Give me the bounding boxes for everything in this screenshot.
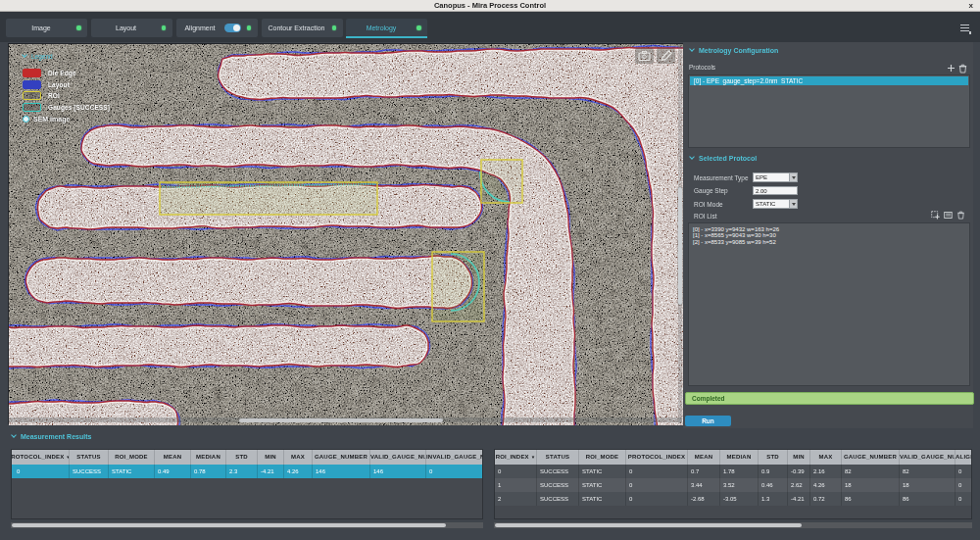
column-header[interactable]: ROI_MODE	[109, 450, 155, 465]
window-title: Canopus - Mira Process Control	[0, 0, 980, 11]
viewer-horizontal-scrollbar-thumb[interactable]	[239, 418, 443, 422]
sem-image-toggle[interactable]: SEM Image	[23, 116, 150, 123]
column-header[interactable]: ALIGNED	[956, 450, 972, 465]
column-header[interactable]: MIN	[258, 450, 284, 465]
table-cell: 146	[313, 465, 370, 478]
column-header[interactable]: ROI_MODE	[579, 450, 626, 465]
column-header[interactable]: MEDIAN	[191, 450, 226, 465]
tab-contour-extraction[interactable]: Contour Extraction	[262, 19, 343, 37]
alignment-toggle[interactable]	[224, 24, 241, 32]
right-table-scrollbar-thumb[interactable]	[495, 523, 802, 527]
column-header[interactable]: GAUGE_NUMBER	[842, 450, 900, 465]
legend: Legend Die EdgeLayoutROIGauges [SUCCESS]…	[23, 50, 150, 123]
right-table-scrollbar[interactable]	[494, 522, 972, 528]
field-select[interactable]: STATIC	[753, 199, 798, 209]
field-gauge-step: Gauge Step2.00	[694, 186, 798, 196]
roi-list[interactable]: [0] - x=3390 y=9432 w=163 h=26[1] - x=85…	[688, 222, 970, 386]
column-header[interactable]: MEAN	[155, 450, 191, 465]
table-cell: 2	[495, 492, 537, 506]
field-select[interactable]: EPE	[753, 172, 798, 182]
table-cell: 0	[626, 478, 688, 492]
table-cell: 82	[842, 465, 900, 478]
roi-item[interactable]: [0] - x=3390 y=9432 w=163 h=26	[689, 226, 969, 233]
viewer-horizontal-scrollbar[interactable]	[9, 417, 682, 422]
sort-arrow-icon: ▼	[531, 455, 536, 460]
config-section-header[interactable]: Metrology Configuration	[690, 47, 778, 54]
results-section-header[interactable]: Measurement Results	[12, 433, 91, 440]
table-cell: STATIC	[579, 465, 626, 478]
delete-protocol-icon[interactable]	[958, 64, 967, 74]
table-cell: -4.21	[788, 492, 810, 506]
close-icon[interactable]: x	[969, 0, 973, 11]
table-row[interactable]: 0SUCCESSSTATIC0.490.782.3-4.214.26146146…	[11, 465, 482, 478]
edit-roi-icon[interactable]	[944, 211, 953, 220]
table-cell: 0.49	[155, 465, 191, 478]
table-cell: SUCCESS	[537, 465, 579, 478]
column-header[interactable]: VALID_GAUGE_NUMBER	[370, 450, 426, 465]
status-dot	[247, 25, 252, 30]
column-header[interactable]: STATUS	[537, 450, 579, 465]
table-cell: 2.3	[226, 465, 258, 478]
add-protocol-icon[interactable]	[947, 64, 956, 73]
snapshot-button[interactable]	[635, 48, 654, 64]
dropdown-arrow-icon[interactable]	[789, 173, 797, 181]
viewer-vertical-scrollbar-thumb[interactable]	[678, 187, 682, 305]
legend-swatch	[23, 69, 41, 77]
protocol-item[interactable]: [0] - EPE gauge_step=2.0nm STATIC	[690, 76, 968, 85]
roi-item[interactable]: [2] - x=8533 y=9085 w=39 h=52	[689, 239, 969, 246]
tab-alignment[interactable]: Alignment	[176, 19, 258, 37]
column-header[interactable]: PROTOCOL_INDEX	[626, 450, 688, 465]
selected-protocol-header[interactable]: Selected Protocol	[690, 155, 757, 162]
legend-swatch	[23, 91, 41, 100]
column-header[interactable]: MAX	[810, 450, 842, 465]
column-header[interactable]: MAX	[284, 450, 313, 465]
tab-layout[interactable]: Layout	[91, 19, 172, 37]
table-cell: 0	[11, 465, 70, 478]
column-header[interactable]: STD	[226, 450, 258, 465]
tab-image[interactable]: Image	[6, 19, 87, 37]
pencil-button[interactable]	[657, 48, 675, 64]
table-header: PROTOCOL_INDEX ▼STATUSROI_MODEMEANMEDIAN…	[11, 450, 482, 465]
legend-swatch	[23, 80, 41, 89]
column-header[interactable]: GAUGE_NUMBER	[313, 450, 370, 465]
column-header[interactable]: STD	[759, 450, 788, 465]
table-cell: 4.26	[284, 465, 313, 478]
left-table-scrollbar-thumb[interactable]	[12, 523, 446, 527]
toggle-knob	[233, 25, 240, 31]
table-cell: STATIC	[579, 478, 626, 492]
column-header[interactable]: ROI_INDEX ▼	[495, 450, 537, 465]
field-input[interactable]: 2.00	[753, 186, 798, 196]
column-header[interactable]: INVALID_GAUGE_NUMBER	[426, 450, 483, 465]
table-cell: SUCCESS	[537, 478, 579, 492]
table-cell: 0	[956, 492, 972, 506]
viewer-vertical-scrollbar[interactable]	[678, 44, 683, 423]
table-row[interactable]: 2SUCCESSSTATIC0-2.68-3.051.3-4.210.72868…	[495, 492, 971, 506]
legend-title[interactable]: Legend	[23, 53, 150, 60]
column-header[interactable]: VALID_GAUGE_NUMBER	[900, 450, 956, 465]
table-cell: 18	[900, 478, 956, 492]
title-bar: Canopus - Mira Process Control x	[0, 0, 980, 12]
add-roi-icon[interactable]	[931, 211, 940, 220]
column-header[interactable]: MEDIAN	[720, 450, 759, 465]
sem-viewer-panel: Legend Die EdgeLayoutROIGauges [SUCCESS]…	[8, 43, 684, 424]
menu-icon[interactable]	[960, 25, 969, 34]
tab-bar: ImageLayoutAlignmentContour ExtractionMe…	[0, 12, 980, 42]
dropdown-arrow-icon[interactable]	[789, 200, 797, 208]
table-row[interactable]: 0SUCCESSSTATIC00.71.780.9-0.392.1682820	[495, 465, 971, 478]
run-button[interactable]: Run	[685, 416, 731, 426]
table-cell: -2.68	[688, 492, 720, 506]
column-header[interactable]: PROTOCOL_INDEX ▼	[11, 450, 70, 465]
chevron-down-icon	[689, 46, 695, 52]
column-header[interactable]: STATUS	[70, 450, 109, 465]
roi-item[interactable]: [1] - x=8565 y=9043 w=30 h=30	[689, 232, 969, 239]
table-row[interactable]: 1SUCCESSSTATIC03.443.520.462.624.2618180	[495, 478, 971, 492]
left-table-scrollbar[interactable]	[11, 522, 483, 528]
delete-roi-icon[interactable]	[956, 211, 965, 220]
table-cell: -3.05	[720, 492, 759, 506]
table-cell: 0.78	[191, 465, 226, 478]
column-header[interactable]: MEAN	[688, 450, 720, 465]
column-header[interactable]: MIN	[788, 450, 810, 465]
chevron-down-icon	[11, 432, 17, 438]
protocols-list[interactable]: [0] - EPE gauge_step=2.0nm STATIC	[688, 74, 970, 148]
tab-metrology[interactable]: Metrology	[346, 19, 427, 37]
